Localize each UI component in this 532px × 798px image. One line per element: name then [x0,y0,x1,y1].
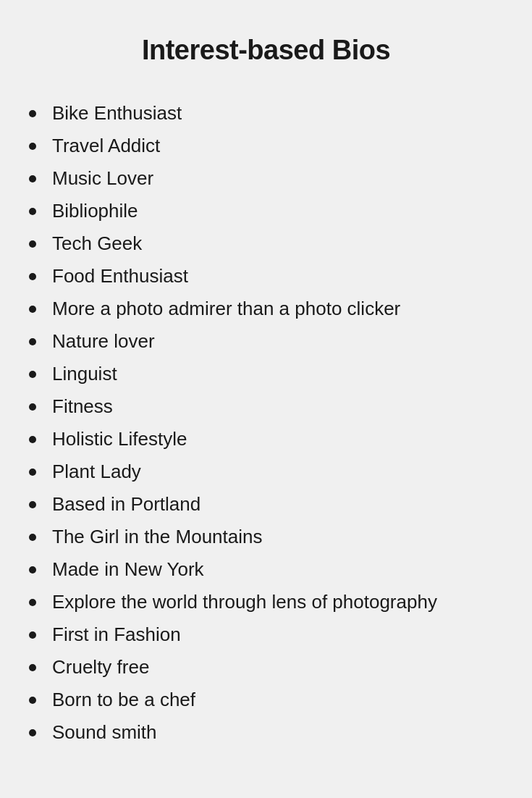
list-item: Holistic Lifestyle [29,424,503,455]
list-item: Cruelty free [29,652,503,683]
list-item: Nature lover [29,326,503,357]
list-item-label: Cruelty free [52,653,149,681]
list-item-label: Bibliophile [52,197,138,225]
bullet-icon [29,403,36,411]
list-item: Music Lover [29,163,503,194]
list-item-label: Bike Enthusiast [52,99,182,127]
page-title: Interest-based Bios [29,35,503,66]
list-item: First in Fashion [29,619,503,650]
list-item: Tech Geek [29,228,503,259]
bullet-icon [29,273,36,280]
list-item-label: Travel Addict [52,132,160,160]
list-item-label: Plant Lady [52,458,141,486]
bullet-icon [29,371,36,378]
list-item: Bike Enthusiast [29,98,503,129]
list-item: Food Enthusiast [29,261,503,292]
bullet-icon [29,338,36,345]
bullet-icon [29,208,36,215]
list-item: Travel Addict [29,130,503,161]
list-item: The Girl in the Mountains [29,521,503,553]
bullet-icon [29,469,36,476]
list-item-label: Linguist [52,360,117,388]
list-item: Fitness [29,391,503,422]
list-item: Explore the world through lens of photog… [29,587,503,618]
list-item: Sound smith [29,717,503,748]
list-item-label: Food Enthusiast [52,262,188,290]
bullet-icon [29,599,36,606]
bullet-icon [29,534,36,541]
bullet-icon [29,306,36,313]
bio-list: Bike EnthusiastTravel AddictMusic LoverB… [29,98,503,748]
list-item-label: Nature lover [52,327,155,356]
page-container: Interest-based Bios Bike EnthusiastTrave… [0,0,532,798]
bullet-icon [29,240,36,248]
bullet-icon [29,664,36,671]
list-item-label: Explore the world through lens of photog… [52,588,437,616]
list-item-label: Holistic Lifestyle [52,425,187,453]
list-item-label: The Girl in the Mountains [52,523,262,551]
bullet-icon [29,631,36,639]
list-item: Linguist [29,358,503,390]
bullet-icon [29,175,36,182]
list-item-label: Sound smith [52,718,157,747]
list-item-label: Tech Geek [52,230,142,258]
list-item-label: Made in New York [52,555,204,584]
list-item: Made in New York [29,554,503,585]
list-item-label: Fitness [52,392,113,421]
list-item-label: Born to be a chef [52,686,195,714]
list-item: Bibliophile [29,196,503,227]
list-item: Born to be a chef [29,684,503,715]
bullet-icon [29,143,36,150]
list-item: More a photo admirer than a photo clicke… [29,293,503,324]
list-item: Based in Portland [29,489,503,520]
bullet-icon [29,501,36,508]
list-item-label: First in Fashion [52,621,181,649]
bullet-icon [29,697,36,704]
list-item: Plant Lady [29,456,503,487]
list-item-label: Music Lover [52,164,153,193]
bullet-icon [29,436,36,443]
bullet-icon [29,566,36,574]
bullet-icon [29,110,36,117]
list-item-label: More a photo admirer than a photo clicke… [52,295,400,323]
bullet-icon [29,729,36,736]
list-item-label: Based in Portland [52,490,200,518]
